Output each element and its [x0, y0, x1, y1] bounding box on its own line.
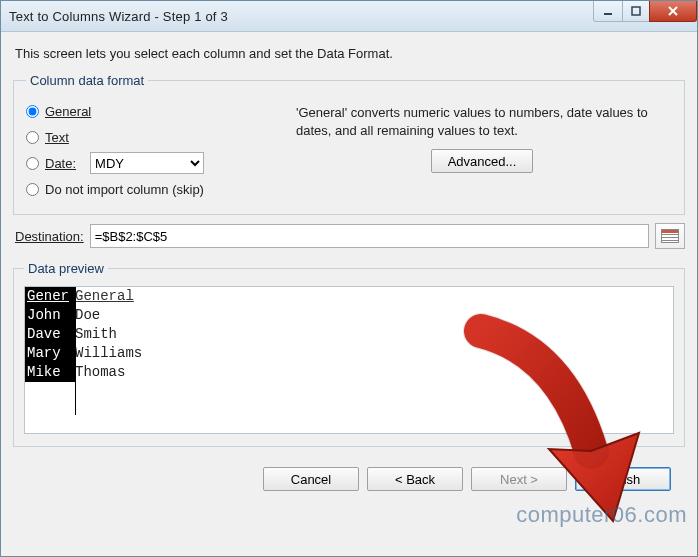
preview-pane: GenerGeneralJohnDoeDaveSmithMaryWilliams…	[24, 286, 674, 434]
preview-legend: Data preview	[24, 261, 108, 276]
radio-text-label[interactable]: Text	[45, 130, 69, 145]
finish-button[interactable]: Finish	[575, 467, 671, 491]
radio-date[interactable]	[26, 157, 39, 170]
radio-date-label[interactable]: Date:	[45, 156, 76, 171]
radio-skip[interactable]	[26, 183, 39, 196]
cancel-button[interactable]: Cancel	[263, 467, 359, 491]
radio-text[interactable]	[26, 131, 39, 144]
instruction-text: This screen lets you select each column …	[15, 46, 685, 61]
format-group-legend: Column data format	[26, 73, 148, 88]
destination-input[interactable]	[90, 224, 649, 248]
radio-general-label[interactable]: General	[45, 104, 91, 119]
watermark: computer06.com	[516, 502, 687, 528]
radio-general[interactable]	[26, 105, 39, 118]
minimize-button[interactable]	[593, 1, 623, 22]
radio-skip-label[interactable]: Do not import column (skip)	[45, 182, 204, 197]
next-button[interactable]: Next >	[471, 467, 567, 491]
date-order-select[interactable]: MDY	[90, 152, 204, 174]
range-picker-button[interactable]	[655, 223, 685, 249]
window-title: Text to Columns Wizard - Step 1 of 3	[9, 9, 228, 24]
svg-rect-1	[632, 7, 640, 15]
back-button[interactable]: < Back	[367, 467, 463, 491]
destination-label: Destination:	[15, 229, 84, 244]
close-button[interactable]	[649, 1, 697, 22]
grid-icon	[661, 229, 679, 243]
advanced-button[interactable]: Advanced...	[431, 149, 534, 173]
maximize-button[interactable]	[622, 1, 650, 22]
format-hint: 'General' converts numeric values to num…	[296, 104, 668, 139]
